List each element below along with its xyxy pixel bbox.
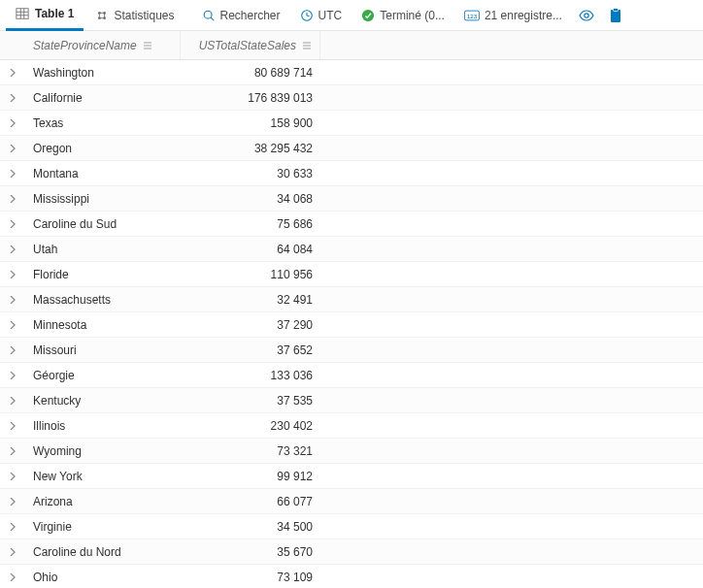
- chevron-right-icon: [9, 573, 17, 581]
- expand-row-button[interactable]: [0, 346, 25, 354]
- tab-table[interactable]: Table 1: [6, 0, 84, 31]
- records-button[interactable]: 123 21 enregistre...: [456, 0, 570, 31]
- table-row[interactable]: Montana30 633: [0, 161, 703, 186]
- chevron-right-icon: [9, 119, 17, 127]
- table-row[interactable]: Caroline du Nord35 670: [0, 539, 703, 565]
- table-row[interactable]: Floride110 956: [0, 262, 703, 287]
- table-body: Washington80 689 714Californie176 839 01…: [0, 60, 703, 588]
- cell-state: Missouri: [25, 343, 181, 357]
- cell-sales: 64 084: [181, 243, 320, 256]
- expand-row-button[interactable]: [0, 397, 25, 405]
- expand-row-button[interactable]: [0, 296, 25, 304]
- svg-point-18: [362, 9, 374, 20]
- check-circle-icon: [361, 9, 375, 22]
- svg-point-21: [585, 13, 588, 16]
- cell-state: Wyoming: [25, 444, 181, 458]
- table-row[interactable]: Géorgie133 036: [0, 363, 703, 388]
- chevron-right-icon: [9, 220, 17, 228]
- cell-sales: 99 912: [181, 470, 320, 483]
- svg-line-14: [211, 17, 214, 20]
- svg-text:123: 123: [467, 12, 478, 18]
- tab-statistics[interactable]: Statistiques: [87, 0, 182, 31]
- column-header-state[interactable]: StateProvinceName: [25, 31, 181, 59]
- expand-row-button[interactable]: [0, 220, 25, 228]
- column-menu-icon[interactable]: [143, 41, 152, 50]
- expand-row-button[interactable]: [0, 170, 25, 178]
- search-icon: [202, 9, 216, 22]
- table-row[interactable]: Virginie34 500: [0, 514, 703, 539]
- table-row[interactable]: Massachusetts32 491: [0, 287, 703, 312]
- status-indicator[interactable]: Terminé (0...: [353, 0, 452, 31]
- cell-sales: 37 535: [181, 394, 320, 408]
- cell-sales: 38 295 432: [181, 142, 320, 155]
- search-button[interactable]: Rechercher: [194, 0, 288, 31]
- table-row[interactable]: Mississippi34 068: [0, 186, 703, 212]
- expand-row-button[interactable]: [0, 119, 25, 127]
- expand-row-button[interactable]: [0, 548, 25, 556]
- table-row[interactable]: Texas158 900: [0, 111, 703, 136]
- status-label: Terminé (0...: [380, 9, 445, 22]
- expand-row-button[interactable]: [0, 573, 25, 581]
- table-row[interactable]: Washington80 689 714: [0, 60, 703, 85]
- chevron-right-icon: [9, 548, 17, 556]
- expand-row-button[interactable]: [0, 94, 25, 102]
- cell-sales: 158 900: [181, 116, 320, 130]
- table-row[interactable]: Ohio73 109: [0, 565, 703, 588]
- table-row[interactable]: Minnesota37 290: [0, 312, 703, 338]
- table-row[interactable]: Arizona66 077: [0, 489, 703, 514]
- expand-row-button[interactable]: [0, 422, 25, 430]
- cell-state: Géorgie: [25, 369, 181, 382]
- expand-row-button[interactable]: [0, 498, 25, 506]
- cell-state: Caroline du Sud: [25, 217, 181, 231]
- expand-row-button[interactable]: [0, 195, 25, 203]
- cell-state: Californie: [25, 91, 181, 105]
- cell-state: Mississippi: [25, 192, 181, 206]
- chevron-right-icon: [9, 473, 17, 480]
- table-row[interactable]: Oregon38 295 432: [0, 136, 703, 161]
- table-row[interactable]: New York99 912: [0, 464, 703, 489]
- table-row[interactable]: Wyoming73 321: [0, 439, 703, 464]
- table-header: StateProvinceName USTotalStateSales: [0, 31, 703, 60]
- chevron-right-icon: [9, 271, 17, 278]
- cell-state: Texas: [25, 116, 181, 130]
- expand-row-button[interactable]: [0, 321, 25, 329]
- cell-sales: 37 290: [181, 318, 320, 332]
- column-menu-icon[interactable]: [302, 41, 312, 50]
- column-state-label: StateProvinceName: [33, 39, 137, 52]
- table-icon: [16, 7, 29, 20]
- expand-row-button[interactable]: [0, 372, 25, 379]
- cell-sales: 176 839 013: [181, 91, 320, 105]
- cell-state: Minnesota: [25, 318, 181, 332]
- cell-sales: 75 686: [181, 217, 320, 231]
- chevron-right-icon: [9, 346, 17, 354]
- column-header-sales[interactable]: USTotalStateSales: [181, 31, 320, 59]
- clock-icon: [300, 9, 314, 22]
- expand-row-button[interactable]: [0, 447, 25, 455]
- table-row[interactable]: Californie176 839 013: [0, 85, 703, 111]
- chevron-right-icon: [9, 296, 17, 304]
- table-row[interactable]: Utah64 084: [0, 237, 703, 262]
- expand-row-button[interactable]: [0, 473, 25, 480]
- expand-row-button[interactable]: [0, 523, 25, 531]
- chevron-right-icon: [9, 195, 17, 203]
- table-row[interactable]: Caroline du Sud75 686: [0, 212, 703, 237]
- cell-sales: 230 402: [181, 419, 320, 433]
- svg-rect-0: [17, 9, 28, 19]
- chevron-right-icon: [9, 321, 17, 329]
- expand-row-button[interactable]: [0, 69, 25, 77]
- cell-state: Arizona: [25, 495, 181, 508]
- visibility-button[interactable]: [574, 0, 599, 31]
- expand-row-button[interactable]: [0, 271, 25, 278]
- table-row[interactable]: Missouri37 652: [0, 338, 703, 363]
- expand-row-button[interactable]: [0, 245, 25, 253]
- clipboard-button[interactable]: [603, 0, 628, 31]
- cell-sales: 37 652: [181, 343, 320, 357]
- time-button[interactable]: UTC: [292, 0, 351, 31]
- table-row[interactable]: Illinois230 402: [0, 413, 703, 439]
- cell-sales: 80 689 714: [181, 66, 320, 80]
- table-row[interactable]: Kentucky37 535: [0, 388, 703, 413]
- chevron-right-icon: [9, 447, 17, 455]
- cell-state: Virginie: [25, 520, 181, 534]
- cell-sales: 35 670: [181, 545, 320, 559]
- expand-row-button[interactable]: [0, 145, 25, 152]
